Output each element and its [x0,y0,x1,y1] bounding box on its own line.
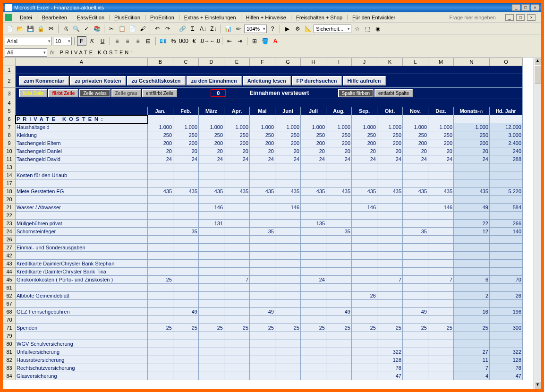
cell[interactable]: 25 [301,324,326,332]
cell[interactable] [224,228,250,236]
cell[interactable] [301,372,326,380]
row-header-43[interactable]: 43 [3,260,16,268]
cell[interactable] [148,364,173,372]
cell[interactable] [173,356,199,364]
cell[interactable] [173,300,199,308]
cell[interactable] [173,196,199,204]
cell[interactable] [275,276,301,284]
column-header-J[interactable]: J [352,58,377,66]
mail-icon[interactable]: ✉ [46,24,56,34]
cell[interactable] [428,372,454,380]
row-header-14[interactable]: 14 [3,171,16,179]
cell[interactable] [224,196,250,204]
cell[interactable] [326,236,352,244]
cell[interactable] [428,236,454,244]
cell[interactable] [352,212,377,220]
nav-hilfe-aufrufen[interactable]: Hilfe aufrufen [343,76,386,85]
cell[interactable]: 435 [148,187,173,196]
cell[interactable]: 250 [352,131,377,139]
cell[interactable]: 25 [428,324,454,332]
row-header-22[interactable]: 22 [3,212,16,220]
year-total[interactable] [490,332,523,340]
monthly-avg[interactable]: 25 [454,324,490,332]
name-box[interactable]: A6 [5,48,47,57]
monthly-avg[interactable] [454,244,490,252]
cell[interactable]: 435 [199,187,224,196]
cell[interactable] [148,340,173,348]
cell[interactable] [377,260,403,268]
cell[interactable] [224,316,250,324]
cell[interactable] [403,179,428,187]
undo-icon[interactable]: ↶ [153,24,162,34]
row-header-8[interactable]: 8 [3,131,16,139]
cell[interactable]: 200 [403,139,428,147]
cell[interactable] [377,244,403,252]
cell[interactable] [148,196,173,204]
cell[interactable] [275,364,301,372]
row-header-82[interactable]: 82 [3,356,16,364]
cell[interactable]: 24 [301,276,326,284]
row-header-67[interactable]: 67 [3,300,16,308]
year-total[interactable] [490,340,523,348]
cell[interactable] [199,212,224,220]
cell[interactable] [352,196,377,204]
research-icon[interactable]: 📚 [92,24,102,34]
cell[interactable] [403,220,428,228]
cell[interactable]: 24 [377,155,403,163]
cell[interactable] [275,179,301,187]
cell[interactable] [377,228,403,236]
row-label[interactable]: Wasser / Abwasser [16,204,148,212]
cell[interactable] [377,300,403,308]
cell[interactable] [326,260,352,268]
cell[interactable] [428,356,454,364]
percent-icon[interactable]: % [169,36,178,46]
cell[interactable] [224,260,250,268]
year-total[interactable] [490,179,523,187]
cell[interactable]: 435 [326,187,352,196]
sort-asc-icon[interactable]: A↓ [198,24,208,34]
cell[interactable] [199,332,224,340]
row-header-2[interactable]: 2 [3,74,16,88]
worksheet[interactable]: ABCDEFGHIJKLMNO 12zum Kommentarzu privat… [3,58,534,389]
cell[interactable] [224,171,250,179]
cell[interactable] [199,236,224,244]
cell[interactable]: 20 [173,147,199,155]
open-icon[interactable]: 📂 [15,24,25,34]
menu-datei[interactable]: Datei [16,13,36,22]
save-icon[interactable]: 💾 [26,24,35,34]
cell[interactable] [148,348,173,356]
cell[interactable] [377,252,403,260]
year-total[interactable]: 128 [490,356,523,364]
merge-icon[interactable]: ⊟ [144,36,153,46]
cell[interactable]: 24 [250,155,275,163]
cell[interactable]: 49 [326,308,352,316]
monthly-avg[interactable] [454,236,490,244]
dec-indent-icon[interactable]: ⇤ [225,36,234,46]
cell[interactable]: 250 [428,131,454,139]
cell[interactable] [428,332,454,340]
cell[interactable] [199,356,224,364]
column-header-G[interactable]: G [275,58,301,66]
cell[interactable] [377,171,403,179]
cell[interactable] [275,268,301,276]
action-f-rbt-zeile[interactable]: färbt Zeile [19,89,47,97]
cell[interactable] [250,163,275,171]
cell[interactable] [148,220,173,228]
row-label[interactable]: Schornsteinfeger [16,228,148,236]
nav-fp-durchsuchen[interactable]: FP durchsuchen [292,76,342,85]
cell[interactable]: 435 [250,187,275,196]
tool3-icon[interactable]: ◉ [373,24,382,34]
row-header-1[interactable]: 1 [3,66,16,74]
cell[interactable]: 25 [403,324,428,332]
cell[interactable] [250,316,275,324]
cell[interactable] [199,300,224,308]
cell[interactable] [403,340,428,348]
cell[interactable] [301,204,326,212]
chart-icon[interactable]: 📊 [223,24,233,34]
size-combo[interactable]: 10 [53,37,72,45]
cell[interactable]: 20 [428,147,454,155]
cell[interactable] [403,348,428,356]
cell[interactable] [250,292,275,300]
cell[interactable]: 1.000 [224,123,250,131]
cell[interactable]: 35 [326,228,352,236]
